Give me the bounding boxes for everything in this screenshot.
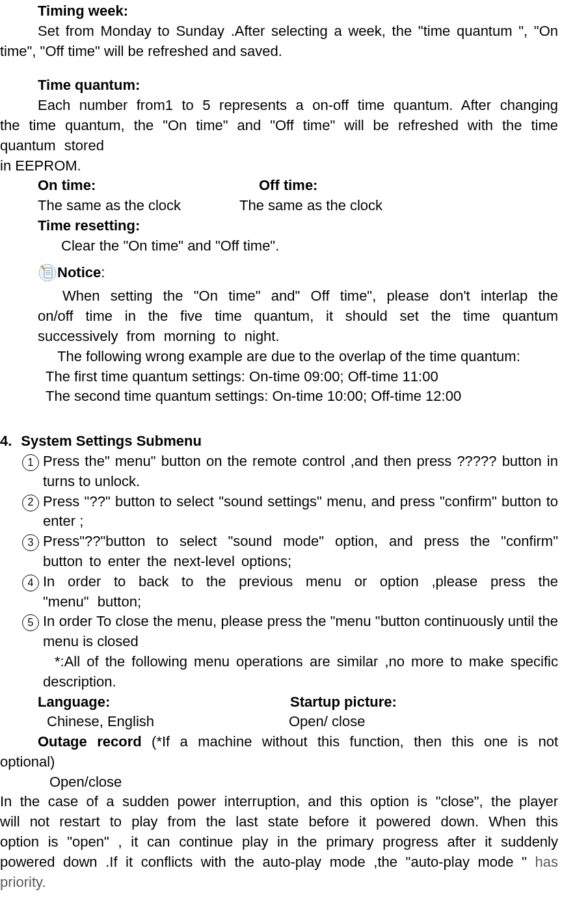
section-4-title: System Settings Submenu	[21, 431, 202, 452]
circled-3-icon: 3	[22, 534, 39, 551]
step-4-text: In order to back to the previous menu or…	[43, 572, 558, 612]
step-2: 2 Press "??" button to select "sound set…	[22, 492, 558, 532]
notice-ex1: The first time quantum settings: On-time…	[0, 367, 558, 387]
document-body: Timing week: Set from Monday to Sunday .…	[0, 0, 562, 892]
off-time-body: The same as the clock	[239, 196, 382, 216]
on-time-body-text: The same as the clock	[38, 197, 181, 213]
circled-1-icon: 1	[22, 454, 39, 471]
time-quantum-body-b: in EEPROM.	[0, 156, 558, 176]
time-quantum-heading: Time quantum:	[0, 75, 558, 96]
time-quantum-body-a: Each number from1 to 5 represents a on-o…	[0, 96, 558, 156]
circled-2-icon: 2	[22, 495, 39, 511]
notice-ex2-text: The second time quantum settings: On-tim…	[46, 388, 461, 404]
language-body: Chinese, English	[38, 712, 289, 732]
notice-ex2: The second time quantum settings: On-tim…	[0, 387, 558, 407]
time-resetting-heading: Time resetting:	[0, 216, 558, 236]
time-resetting-body-text: Clear the "On time" and "Off time".	[61, 238, 279, 254]
startup-body: Open/ close	[289, 712, 365, 732]
timing-week-body: Set from Monday to Sunday .After selecti…	[0, 21, 558, 62]
outage-body-text: Open/close	[49, 774, 122, 790]
language-body-text: Chinese, English	[47, 713, 154, 729]
startup-body-text: Open/ close	[289, 713, 365, 729]
off-time-body-text: The same as the clock	[239, 197, 382, 213]
startup-heading: Startup picture:	[290, 692, 397, 713]
section-4-note-text: *:All of the following menu operations a…	[43, 653, 558, 690]
time-quantum-heading-text: Time quantum:	[38, 77, 140, 93]
section-4-number: 4.	[0, 431, 12, 452]
on-off-time-row: On time: Off time:	[0, 176, 562, 196]
circled-5-icon: 5	[22, 614, 39, 631]
notice-icon	[38, 263, 57, 282]
lang-startup-heading-row: Language: Startup picture:	[0, 692, 562, 713]
startup-heading-text: Startup picture:	[290, 694, 397, 710]
on-time-body: The same as the clock	[38, 196, 239, 216]
notice-p1-text: When setting the "On time" and" Off time…	[38, 288, 558, 344]
outage-body: Open/close	[0, 772, 558, 793]
timing-week-heading: Timing week:	[0, 1, 558, 21]
notice-colon: :	[101, 263, 105, 283]
notice-ex1-text: The first time quantum settings: On-time…	[46, 368, 438, 385]
document-page: Timing week: Set from Monday to Sunday .…	[0, 0, 562, 924]
section-4-note: *:All of the following menu operations a…	[0, 652, 558, 692]
off-time-heading-text: Off time:	[259, 177, 317, 193]
outage-heading-a: Outage record	[38, 733, 142, 750]
step-1-text: Press the" menu" button on the remote co…	[43, 452, 558, 492]
notice-p1: When setting the "On time" and" Off time…	[0, 286, 558, 346]
time-resetting-body: Clear the "On time" and "Off time".	[0, 236, 558, 256]
time-quantum-body-a-text: Each number from1 to 5 represents a on-o…	[0, 97, 558, 154]
time-resetting-heading-text: Time resetting:	[38, 217, 140, 234]
notice-label: Notice	[57, 263, 101, 283]
language-heading-text: Language:	[38, 694, 110, 710]
step-1: 1 Press the" menu" button on the remote …	[22, 452, 558, 492]
notice-row: Notice:	[38, 263, 562, 283]
language-heading: Language:	[38, 692, 290, 713]
step-3-text: Press"??"button to select "sound mode" o…	[43, 532, 558, 572]
step-5-text: In order To close the menu, please press…	[43, 612, 558, 652]
time-quantum-body-b-text: in EEPROM.	[0, 157, 81, 174]
step-4: 4 In order to back to the previous menu …	[22, 572, 558, 612]
notice-p2: The following wrong example are due to t…	[0, 347, 558, 367]
off-time-heading: Off time:	[259, 176, 317, 196]
circled-4-icon: 4	[22, 575, 39, 591]
timing-week-heading-text: Timing week:	[38, 3, 128, 19]
section-4-heading: 4. System Settings Submenu	[0, 431, 562, 452]
on-time-heading: On time:	[38, 176, 259, 196]
on-off-time-body-row: The same as the clock The same as the cl…	[0, 196, 562, 216]
timing-week-body-text: Set from Monday to Sunday .After selecti…	[0, 23, 558, 59]
outage-heading: Outage record (*If a machine without thi…	[0, 732, 558, 772]
on-time-heading-text: On time:	[38, 177, 96, 193]
step-5: 5 In order To close the menu, please pre…	[22, 612, 558, 652]
outage-desc-a: In the case of a sudden power interrupti…	[0, 793, 558, 869]
lang-startup-body-row: Chinese, English Open/ close	[0, 712, 562, 732]
step-3: 3 Press"??"button to select "sound mode"…	[22, 532, 558, 572]
notice-p2-text: The following wrong example are due to t…	[57, 348, 520, 364]
step-2-text: Press "??" button to select "sound setti…	[43, 492, 558, 532]
outage-desc: In the case of a sudden power interrupti…	[0, 792, 558, 892]
